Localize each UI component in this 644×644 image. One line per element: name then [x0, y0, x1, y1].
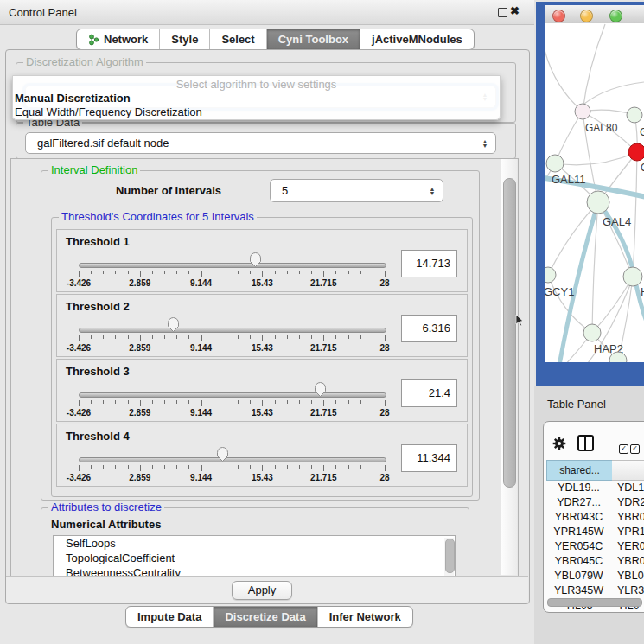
slider-tick-label: -3.426	[67, 343, 91, 353]
slider-tick-label: 15.43	[252, 408, 273, 418]
close-light-icon[interactable]	[552, 10, 565, 22]
slider-tick	[299, 335, 300, 339]
threshold-box: Threshold 1-3.4262.8599.14415.4321.71528…	[56, 229, 468, 292]
slider-tick-label: 21.715	[310, 343, 337, 353]
table-row[interactable]: YLR345WYLR3	[546, 584, 644, 599]
cell-shared-name: YDL19...	[546, 481, 611, 494]
table-row[interactable]: YBL079WYBL0	[546, 570, 644, 584]
list-scrollbar-thumb[interactable]	[445, 539, 455, 573]
zoom-light-icon[interactable]	[609, 10, 622, 22]
settings-scrollbar-thumb[interactable]	[503, 178, 516, 488]
window-close-icon[interactable]: ✖	[510, 4, 520, 17]
node-label: GCY1	[545, 285, 574, 298]
slider-tick	[128, 465, 129, 469]
network-node-gcy1[interactable]	[545, 267, 556, 283]
node-label: GAL4	[603, 215, 631, 228]
column-header-shared-name[interactable]: shared...	[546, 460, 613, 481]
num-intervals-combobox[interactable]: 5 ▲▼	[270, 179, 443, 202]
tab-select[interactable]: Select	[209, 29, 265, 49]
slider-track[interactable]	[79, 457, 386, 462]
tab-impute-data[interactable]: Impute Data	[126, 607, 213, 627]
slider-thumb[interactable]	[167, 316, 180, 333]
network-edge[interactable]	[584, 82, 644, 104]
tab-jactivemnodules[interactable]: jActiveMNodules	[360, 29, 474, 49]
columns-icon[interactable]	[577, 435, 594, 451]
slider-tick-label: 9.144	[190, 278, 212, 288]
slider-tick	[201, 465, 202, 471]
tab-discretize-data[interactable]: Discretize Data	[213, 607, 316, 627]
network-edge[interactable]	[548, 202, 598, 275]
slider-tick	[115, 335, 116, 339]
slider-track[interactable]	[79, 328, 386, 333]
table-row[interactable]: YBR043CYBR0	[546, 511, 644, 526]
table-row[interactable]: YPR145WYPR1	[546, 526, 644, 540]
apply-button[interactable]: Apply	[232, 581, 292, 600]
slider-thumb[interactable]	[216, 446, 229, 462]
slider-tick	[128, 400, 129, 404]
network-canvas[interactable]: GAL80GACGAL11GAL4GCY1HHAP2	[545, 23, 644, 362]
slider-thumb[interactable]	[314, 381, 327, 398]
slider-tick-label: 28	[379, 408, 389, 418]
table-row[interactable]: YDR27...YDR2	[546, 496, 644, 511]
tab-network[interactable]: Network	[77, 29, 159, 49]
slider-tick	[287, 400, 288, 404]
column-header-name[interactable]: name	[612, 460, 644, 481]
tab-infer-network[interactable]: Infer Network	[317, 607, 412, 627]
network-node-gal4[interactable]	[587, 191, 609, 214]
slider-tick	[79, 335, 80, 341]
table-row[interactable]: YBR045CYBR0	[546, 555, 644, 570]
table-row[interactable]: YER054CYER0	[546, 540, 644, 555]
slider-tick	[79, 271, 80, 277]
network-node-gal80[interactable]	[575, 104, 590, 119]
network-node-gal11[interactable]	[546, 155, 564, 172]
slider-tick	[373, 465, 373, 469]
network-edge[interactable]	[633, 152, 637, 277]
tab-label: jActiveMNodules	[372, 33, 462, 46]
window-float-icon[interactable]	[498, 8, 507, 17]
slider-tick	[176, 271, 177, 274]
combo-arrows-icon: ▲▼	[426, 187, 438, 195]
slider-tick	[152, 271, 153, 274]
gear-icon[interactable]	[552, 437, 566, 450]
slider-track[interactable]	[79, 263, 386, 268]
table-data-combobox[interactable]: galFiltered.sif default node ▲▼	[25, 132, 496, 154]
network-node-h[interactable]	[623, 267, 642, 286]
slider-thumb[interactable]	[249, 252, 262, 268]
tab-style[interactable]: Style	[159, 29, 209, 49]
network-edge[interactable]	[555, 152, 637, 165]
table-panel-title: Table Panel	[547, 398, 606, 411]
slider-tick	[214, 335, 214, 339]
table-row[interactable]: YDL19...YDL1	[546, 481, 644, 496]
threshold-value-field[interactable]: 6.316	[401, 315, 457, 342]
slider-tick	[287, 335, 288, 339]
attribute-item[interactable]: TopologicalCoefficient	[54, 551, 455, 565]
checked-checkbox-icon: ✓	[630, 444, 640, 454]
slider-tick-label: 28	[379, 343, 389, 353]
network-edge[interactable]	[583, 24, 605, 112]
select-columns-icon[interactable]: ✓✓	[619, 438, 641, 454]
tab-label: Network	[104, 33, 148, 46]
slider-tick	[176, 465, 177, 469]
slider-track[interactable]	[79, 392, 386, 398]
network-node-c[interactable]	[628, 143, 644, 161]
attribute-item[interactable]: SelfLoops	[54, 536, 455, 551]
threshold-value-field[interactable]: 14.713	[401, 250, 457, 277]
minimize-light-icon[interactable]	[580, 10, 593, 22]
threshold-value-field[interactable]: 11.344	[401, 444, 457, 472]
network-edge[interactable]	[545, 50, 583, 112]
slider-tick	[262, 465, 263, 471]
slider-tick	[275, 400, 276, 404]
network-node-hap2[interactable]	[583, 324, 601, 341]
dropdown-option[interactable]: Manual Discretization	[13, 92, 500, 105]
dropdown-option[interactable]: Equal Width/Frequency Discretization	[13, 105, 500, 119]
threshold-label: Threshold 4	[66, 430, 130, 443]
threshold-value-field[interactable]: 21.4	[401, 379, 457, 407]
slider-tick	[348, 335, 349, 339]
network-edge[interactable]	[598, 202, 633, 277]
network-node-ga[interactable]	[627, 107, 642, 123]
table-hscrollbar-thumb[interactable]	[547, 598, 642, 607]
tab-cyni-toolbox[interactable]: Cyni Toolbox	[266, 29, 360, 49]
cell-name: YER0	[617, 540, 644, 552]
slider-tick-label: 21.715	[310, 278, 337, 288]
slider-tick-label: 15.43	[252, 278, 273, 288]
